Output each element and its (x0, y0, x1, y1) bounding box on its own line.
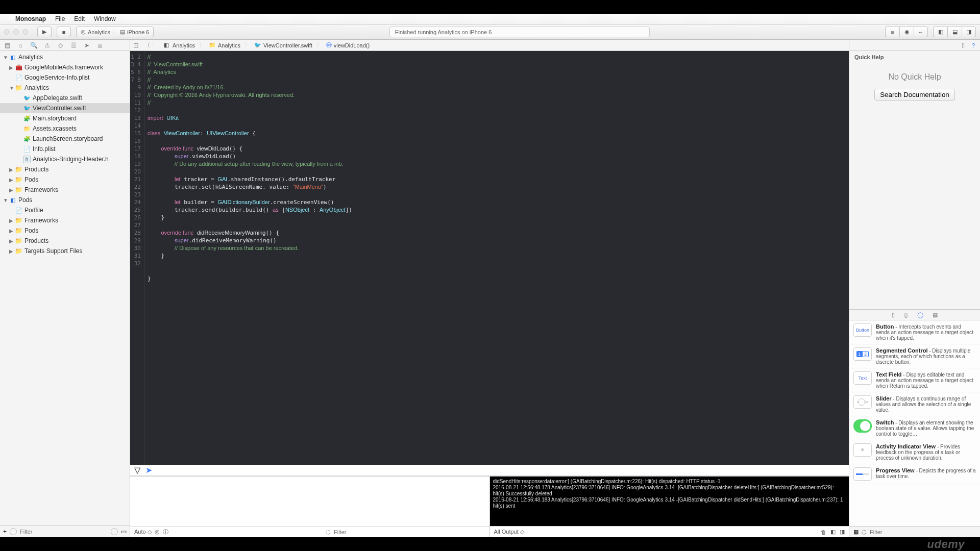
filter-icon: ◌ (862, 529, 867, 535)
variables-view[interactable]: Auto ◇ ◎ ⓘ ◌ (130, 477, 490, 537)
file-row[interactable]: Analytics-Bridging-Header.h (0, 154, 130, 164)
search-documentation-button[interactable]: Search Documentation (874, 89, 955, 101)
file-row[interactable]: ▶Products (0, 236, 130, 246)
file-row[interactable]: GoogleService-Info.plist (0, 72, 130, 83)
add-icon[interactable]: + (3, 528, 7, 535)
file-row[interactable]: ▶Frameworks (0, 185, 130, 195)
file-tree[interactable]: ▼Analytics▶GoogleMobileAds.frameworkGoog… (0, 51, 130, 525)
file-row[interactable]: Main.storyboard (0, 113, 130, 123)
editor-mode-buttons[interactable]: ≡ ◉ ↔ (885, 27, 928, 37)
inspector-tabs: ▯ ? (849, 40, 980, 51)
bookmark-filter-icon[interactable]: ▭ (121, 528, 127, 535)
quick-help-inspector-icon[interactable]: ? (972, 42, 975, 48)
debug-navigator-icon[interactable]: ☰ (69, 41, 78, 49)
breakpoint-navigator-icon[interactable]: ➤ (83, 41, 91, 49)
library-item[interactable]: TextText Field - Displays editable text … (849, 368, 980, 392)
menu-file[interactable]: File (55, 15, 65, 22)
file-row[interactable]: ▶Products (0, 164, 130, 174)
file-row[interactable]: ▶Pods (0, 174, 130, 185)
library-item[interactable]: Progress View - Depicts the progress of … (849, 464, 980, 484)
find-navigator-icon[interactable]: 🔍 (30, 41, 38, 49)
line-gutter[interactable]: 1 2 3 4 5 6 7 8 9 10 11 12 13 14 15 16 1… (130, 51, 144, 465)
console-view[interactable]: didSendHits:response:data:error:] (GAIBa… (490, 477, 849, 537)
file-row[interactable]: ▼Analytics (0, 52, 130, 62)
file-row[interactable]: AppDelegate.swift (0, 93, 130, 103)
target-icon: ◎ (81, 29, 86, 35)
scm-filter-icon[interactable] (111, 528, 118, 535)
file-row[interactable]: ▶Pods (0, 226, 130, 236)
left-panel-toggle-icon[interactable]: ◧ (933, 27, 947, 37)
recent-filter-icon[interactable] (10, 528, 17, 535)
trash-icon[interactable]: 🗑 (821, 529, 826, 535)
activity-status: Finished running Analytics on iPhone 6 (389, 27, 650, 37)
file-inspector-icon[interactable]: ▯ (962, 42, 965, 48)
file-row[interactable]: Assets.xcassets (0, 123, 130, 134)
issue-navigator-icon[interactable]: ⚠ (43, 41, 51, 49)
window-traffic-lights[interactable] (4, 29, 28, 35)
file-row[interactable]: Info.plist (0, 144, 130, 154)
library-tabs: ▯ {} ◯ ▦ (849, 309, 980, 320)
file-template-library-icon[interactable]: ▯ (892, 312, 895, 318)
navigator-filter-input[interactable] (20, 529, 108, 535)
variables-filter-input[interactable] (334, 529, 485, 535)
debug-hide-icon[interactable]: ▽ (134, 465, 140, 475)
code-editor[interactable]: 1 2 3 4 5 6 7 8 9 10 11 12 13 14 15 16 1… (130, 51, 849, 465)
debug-bar: ▽ ➤ (130, 465, 849, 476)
xcode-toolbar: ▶ ■ ◎ Analytics 〉 ▤ iPhone 6 Finished ru… (0, 24, 980, 40)
library-item[interactable]: ✳Activity Indicator View - Provides feed… (849, 440, 980, 464)
library-item[interactable]: 12Segmented Control - Displays multiple … (849, 344, 980, 368)
right-panel-toggle-icon[interactable]: ◨ (962, 27, 976, 37)
media-library-icon[interactable]: ▦ (933, 312, 938, 318)
console-output[interactable]: didSendHits:response:data:error:] (GAIBa… (490, 477, 849, 526)
navigator-tabs: ▤ ⌂ 🔍 ⚠ ◇ ☰ ➤ ≣ (0, 40, 130, 51)
object-library[interactable]: ButtonButton - Intercepts touch events a… (849, 320, 980, 526)
file-row[interactable]: ▶Targets Support Files (0, 246, 130, 256)
grid-view-icon[interactable]: ▦ (853, 529, 859, 535)
file-row[interactable]: LaunchScreen.storyboard (0, 134, 130, 144)
menu-edit[interactable]: Edit (74, 15, 85, 22)
code-content[interactable]: // // ViewController.swift // Analytics … (144, 51, 849, 465)
library-filter-input[interactable] (870, 529, 976, 535)
file-row[interactable]: ▼Analytics (0, 83, 130, 93)
code-snippet-library-icon[interactable]: {} (904, 312, 908, 318)
library-item[interactable]: Slider - Displays a continuous range of … (849, 392, 980, 416)
related-items-icon[interactable]: ◫ (133, 42, 138, 48)
menu-window[interactable]: Window (94, 15, 116, 22)
app-name[interactable]: Monosnap (15, 15, 46, 22)
quicklook-icon[interactable]: ◎ (155, 529, 160, 535)
forward-icon[interactable]: 〉 (152, 41, 158, 49)
stop-button[interactable]: ■ (57, 27, 71, 37)
console-output-selector[interactable]: All Output ◇ (494, 529, 524, 535)
method-icon: Ⓜ (326, 41, 332, 49)
folder-icon: 📁 (209, 42, 216, 48)
file-row[interactable]: ▶GoogleMobileAds.framework (0, 62, 130, 72)
object-library-icon[interactable]: ◯ (917, 312, 923, 318)
run-button[interactable]: ▶ (37, 27, 52, 37)
test-navigator-icon[interactable]: ◇ (56, 41, 64, 49)
file-row[interactable]: ▶Frameworks (0, 215, 130, 226)
project-icon: ◧ (164, 42, 170, 48)
assistant-editor-icon[interactable]: ◉ (899, 27, 914, 37)
file-row[interactable]: Podfile (0, 205, 130, 215)
variables-scope-selector[interactable]: Auto ◇ (134, 529, 152, 535)
quick-help-panel: Quick Help No Quick Help Search Document… (849, 51, 980, 104)
report-navigator-icon[interactable]: ≣ (96, 41, 104, 49)
watermark: udemy (0, 537, 980, 551)
standard-editor-icon[interactable]: ≡ (885, 27, 899, 37)
version-editor-icon[interactable]: ↔ (914, 27, 928, 37)
scheme-selector[interactable]: ◎ Analytics 〉 ▤ iPhone 6 (76, 27, 154, 37)
bottom-panel-toggle-icon[interactable]: ⬓ (947, 27, 962, 37)
project-navigator-icon[interactable]: ▤ (3, 41, 11, 49)
right-pane-toggle-icon[interactable]: ◨ (840, 529, 845, 535)
print-description-icon[interactable]: ⓘ (163, 528, 168, 536)
file-row[interactable]: ViewController.swift (0, 103, 130, 113)
left-pane-toggle-icon[interactable]: ◧ (830, 529, 836, 535)
symbol-navigator-icon[interactable]: ⌂ (16, 41, 24, 49)
panel-toggle-buttons[interactable]: ◧ ⬓ ◨ (933, 27, 976, 37)
back-icon[interactable]: 〈 (144, 41, 150, 49)
breakpoints-toggle-icon[interactable]: ➤ (145, 465, 152, 475)
library-item[interactable]: ButtonButton - Intercepts touch events a… (849, 320, 980, 344)
library-item[interactable]: Switch - Displays an element showing the… (849, 416, 980, 440)
file-row[interactable]: ▼Pods (0, 195, 130, 205)
jump-bar[interactable]: ◫ 〈〉 ◧Analytics 〉 📁Analytics 〉 🐦ViewCont… (130, 40, 849, 51)
